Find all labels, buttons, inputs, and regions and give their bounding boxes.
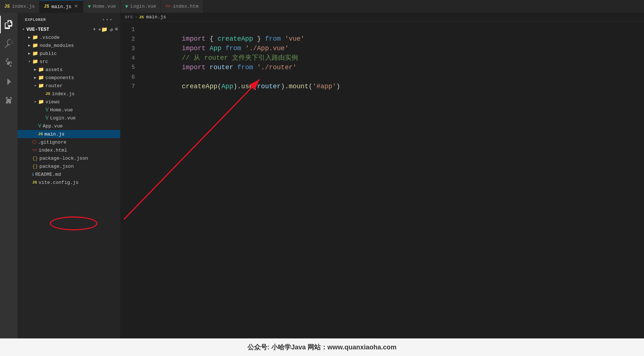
item-label: main.js — [44, 131, 65, 137]
folder-icon: 📁 — [32, 59, 38, 64]
item-label: App.vue — [43, 123, 63, 129]
vue-icon: ▼ — [88, 4, 91, 10]
tree-item-vite-config[interactable]: ▶ JS vite.config.js — [18, 178, 120, 186]
item-label: vite.config.js — [38, 180, 78, 185]
json-icon: {} — [32, 156, 38, 161]
refresh-icon[interactable]: ↺ — [110, 26, 113, 33]
tree-item-package-json[interactable]: ▶ {} package.json — [18, 162, 120, 170]
code-editor[interactable]: 1 import { createApp } from 'vue' 2 impo… — [120, 22, 644, 338]
tree-item-main-js[interactable]: ▶ JS main.js — [18, 130, 120, 138]
tab-home-vue[interactable]: ▼ Home.vue — [83, 0, 121, 13]
breadcrumb-icon: JS — [139, 15, 144, 19]
folder-icon: 📁 — [38, 99, 44, 105]
html-icon: <> — [32, 148, 37, 152]
js-icon: JS — [32, 180, 37, 185]
sidebar-actions: ··· — [102, 16, 113, 23]
collapse-arrow: ▶ — [26, 35, 32, 40]
search-icon[interactable] — [0, 35, 18, 52]
item-label: router — [45, 83, 63, 89]
breadcrumb-separator: › — [135, 14, 137, 20]
tree-item-node-modules[interactable]: ▶ 📁 node_modules — [18, 41, 120, 49]
extensions-icon[interactable] — [0, 92, 18, 110]
vue-icon: V — [45, 115, 48, 121]
item-label: Login.vue — [50, 115, 76, 121]
tab-close-button[interactable]: × — [74, 4, 79, 10]
tree-item-vscode[interactable]: ▶ 📁 .vscode — [18, 33, 120, 41]
tree-item-assets[interactable]: ▶ 📁 assets — [18, 66, 120, 74]
collapse-arrow: ▶ — [26, 51, 32, 56]
code-line-6: 6 createApp(App).use(router).mount('#app… — [120, 72, 644, 82]
folder-icon: 📁 — [32, 51, 38, 56]
breadcrumb: src › JS main.js — [120, 13, 644, 22]
new-file-icon[interactable]: + — [93, 26, 96, 33]
item-label: Home.vue — [50, 107, 73, 113]
tree-item-app-vue[interactable]: ▶ V App.vue — [18, 122, 120, 130]
tree-item-views[interactable]: ▾ 📁 views — [18, 98, 120, 106]
tree-item-readme[interactable]: ▶ ℹ README.md — [18, 170, 120, 178]
tree-item-package-lock[interactable]: ▶ {} package-lock.json — [18, 154, 120, 162]
item-label: .gitignore — [38, 140, 66, 145]
file-tree: ▾ VUE-TEST + +📁 ↺ ≡ ▶ 📁 .vscode ▶ 📁 nod — [18, 25, 120, 186]
js-icon: JS — [44, 4, 49, 9]
collapse-arrow: ▾ — [21, 27, 26, 31]
tree-item-public[interactable]: ▶ 📁 public — [18, 49, 120, 58]
tree-item-gitignore[interactable]: ▶ ⬡ .gitignore — [18, 138, 120, 146]
tree-item-index-html[interactable]: ▶ <> index.html — [18, 146, 120, 154]
explorer-icon[interactable] — [0, 16, 18, 33]
item-label: README.md — [35, 172, 61, 177]
new-folder-icon[interactable]: +📁 — [98, 26, 107, 33]
item-label: index.js — [52, 91, 74, 97]
folder-icon: 📁 — [38, 75, 44, 81]
git-icon: ⬡ — [32, 139, 36, 145]
js-icon: JS — [4, 4, 10, 9]
collapse-all-icon[interactable]: ≡ — [115, 26, 118, 33]
tree-item-router-index[interactable]: ▶ JS index.js — [18, 90, 120, 98]
line-number: 1 — [120, 25, 142, 34]
tree-item-router[interactable]: ▾ 📁 router — [18, 82, 120, 90]
folder-icon: 📁 — [38, 83, 44, 89]
main-area: EXPLORER ··· ▾ VUE-TEST + +📁 ↺ ≡ ▶ — [0, 13, 644, 338]
editor-area: src › JS main.js 1 import { createApp } … — [120, 13, 644, 338]
html-icon: <> — [165, 4, 170, 9]
collapse-arrow: ▶ — [32, 75, 38, 80]
collapse-arrow: ▶ — [32, 67, 38, 72]
item-label: components — [45, 75, 74, 81]
tree-item-home-vue[interactable]: ▶ V Home.vue — [18, 106, 120, 114]
vue-icon: V — [38, 123, 41, 129]
tree-item-components[interactable]: ▶ 📁 components — [18, 74, 120, 82]
folder-icon: 📁 — [32, 42, 38, 48]
tab-index-js[interactable]: JS index.js — [0, 0, 40, 13]
tab-index-html[interactable]: <> index.htm — [161, 0, 203, 13]
json-icon: {} — [32, 164, 38, 169]
js-icon: JS — [45, 92, 50, 96]
tab-main-js[interactable]: JS main.js × — [40, 0, 84, 13]
code-line-1: 1 import { createApp } from 'vue' — [120, 25, 644, 34]
code-line-2: 2 import App from './App.vue' — [120, 34, 644, 44]
explorer-label: EXPLORER — [25, 18, 46, 22]
line-number: 3 — [120, 44, 142, 53]
folder-icon: 📁 — [38, 67, 44, 73]
main-js-circle-annotation — [50, 216, 97, 230]
more-options-icon[interactable]: ··· — [102, 16, 113, 23]
source-control-icon[interactable] — [0, 54, 18, 71]
vue-icon: V — [45, 107, 48, 113]
line-number: 2 — [120, 34, 142, 44]
tree-item-login-vue[interactable]: ▶ V Login.vue — [18, 114, 120, 122]
code-line-4: 4 import router from './router' — [120, 53, 644, 63]
tree-item-src[interactable]: ▾ 📁 src — [18, 58, 120, 66]
tree-root[interactable]: ▾ VUE-TEST + +📁 ↺ ≡ — [18, 25, 120, 33]
root-label: VUE-TEST — [26, 27, 49, 32]
breadcrumb-file: main.js — [146, 14, 166, 20]
tab-label: Home.vue — [93, 4, 116, 9]
run-icon[interactable] — [0, 73, 18, 90]
breadcrumb-src: src — [125, 14, 133, 20]
collapse-arrow: ▶ — [26, 43, 32, 48]
item-label: index.html — [38, 148, 67, 153]
item-label: src — [40, 59, 48, 64]
tab-login-vue[interactable]: ▼ Login.vue — [121, 0, 161, 13]
item-label: assets — [45, 67, 63, 73]
tab-label: index.htm — [173, 4, 198, 9]
item-label: package-lock.json — [40, 156, 88, 161]
tab-label: index.js — [12, 4, 34, 9]
watermark-text: 公众号: 小哈学Java 网站：www.quanxiaoha.com — [247, 344, 396, 351]
